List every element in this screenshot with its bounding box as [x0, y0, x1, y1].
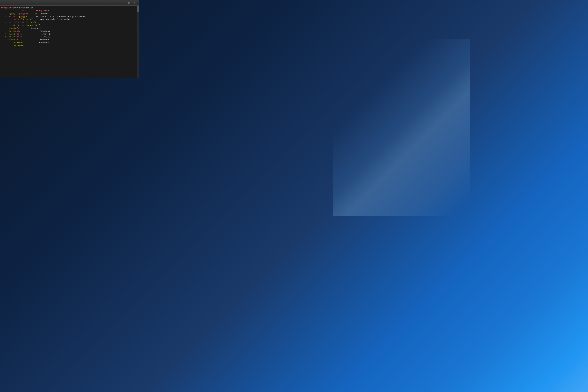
titlebar-ubuntu: ─ □ ✕ [0, 0, 139, 6]
terminal-ubuntu[interactable]: ─ □ ✕ root@terry:~# screenfetch ./+o+- r… [0, 0, 139, 78]
desktop-wallpaper-light [333, 39, 470, 216]
ubuntu-scrollbar[interactable] [136, 6, 139, 78]
minimize-button-ubuntu[interactable]: ─ [121, 1, 126, 5]
ubuntu-prompt: root@terry:~# screenfetch [1, 7, 33, 9]
close-button-ubuntu[interactable]: ✕ [132, 1, 138, 5]
maximize-button-ubuntu[interactable]: □ [126, 1, 132, 5]
ubuntu-terminal-content: root@terry:~# screenfetch ./+o+- root@te… [1, 6, 138, 47]
ubuntu-terminal-body[interactable]: root@terry:~# screenfetch ./+o+- root@te… [0, 6, 139, 78]
desktop: ─ □ ✕ root@terry:~# screenfetch ./+o+- r… [0, 0, 588, 392]
ubuntu-scrollbar-thumb[interactable] [137, 6, 139, 12]
